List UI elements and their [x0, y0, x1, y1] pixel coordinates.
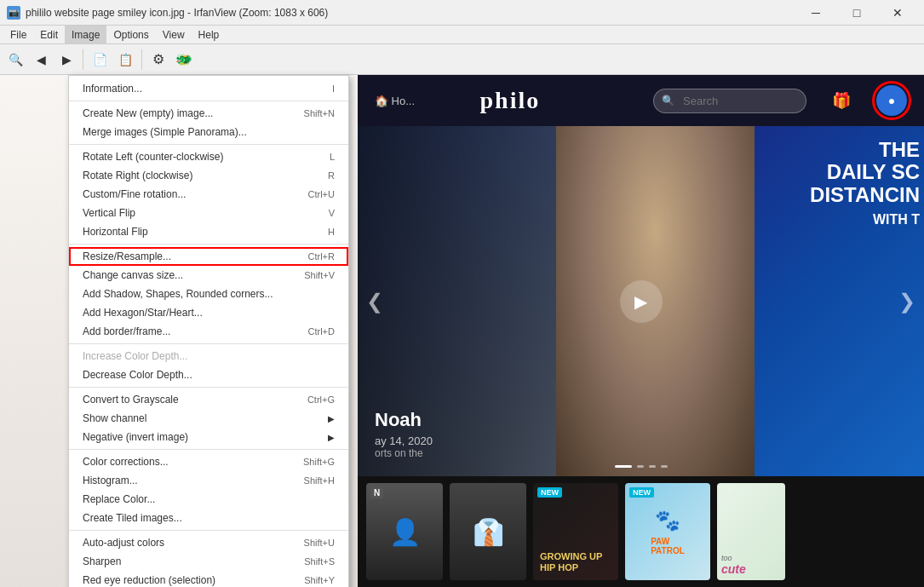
daily-show-title: THEDAILY SCDISTANCINWITH T — [810, 139, 920, 229]
user-avatar[interactable]: ● — [876, 85, 907, 116]
thumbnail-too-cute[interactable]: too cute — [717, 483, 785, 580]
prev-image-button[interactable]: ◀ — [29, 48, 53, 72]
separator-2 — [69, 144, 348, 145]
search-icon: 🔍 — [662, 95, 674, 106]
too-cute-label: cute — [721, 562, 746, 576]
app-icon: 📷 — [7, 6, 20, 20]
philo-search-input[interactable] — [653, 89, 806, 113]
hero-title: Noah — [375, 409, 433, 431]
menu-create-new[interactable]: Create New (empty) image... Shift+N — [69, 104, 348, 123]
separator-1 — [69, 101, 348, 101]
title-bar: 📷 phililo website page smiley icon.jpg -… — [0, 0, 924, 26]
hero-dot-4[interactable] — [661, 465, 668, 468]
menu-change-canvas[interactable]: Change canvas size... Shift+V — [69, 266, 348, 285]
menu-add-hexagon[interactable]: Add Hexagon/Star/Heart... — [69, 303, 348, 322]
separator-5 — [69, 387, 348, 388]
thumb-badge-new-2: NEW — [629, 487, 654, 498]
settings-button[interactable]: ⚙ — [146, 48, 170, 72]
menu-decrease-color[interactable]: Decrease Color Depth... — [69, 365, 348, 384]
thumbnail-paw-patrol[interactable]: NEW 🐾 PAWPATROL — [625, 483, 710, 580]
gift-icon[interactable]: 🎁 — [832, 91, 851, 110]
toolbar-separator-2 — [141, 49, 142, 70]
hero-prev-button[interactable]: ❮ — [366, 290, 383, 314]
hero-subtitle: ay 14, 2020 — [375, 434, 433, 447]
too-cute-prefix: too — [721, 554, 732, 562]
menu-options[interactable]: Options — [106, 26, 155, 43]
menu-custom-rotation[interactable]: Custom/Fine rotation... Ctrl+U — [69, 185, 348, 204]
separator-6 — [69, 449, 348, 450]
philo-header: 🏠 Ho... philo 🔍 🎁 ● — [358, 75, 924, 126]
philo-search-container: 🔍 — [653, 89, 806, 113]
effects-button[interactable]: 🐲 — [172, 48, 196, 72]
window-controls: ─ □ ✕ — [796, 0, 917, 26]
hero-play-button[interactable]: ▶ — [620, 280, 663, 323]
new-doc-button[interactable]: 📄 — [88, 48, 112, 72]
menu-red-eye[interactable]: Red eye reduction (selection) Shift+Y — [69, 571, 348, 587]
next-image-button[interactable]: ▶ — [55, 48, 78, 72]
menu-help[interactable]: Help — [192, 26, 227, 43]
thumbnail-1[interactable]: N 👤 — [366, 483, 443, 580]
clipboard-button[interactable]: 📋 — [113, 48, 137, 72]
menu-merge-images[interactable]: Merge images (Simple Panorama)... — [69, 123, 348, 141]
menu-show-channel[interactable]: Show channel ▶ — [69, 409, 348, 428]
menu-vertical-flip[interactable]: Vertical Flip V — [69, 204, 348, 222]
menu-resize-resample[interactable]: Resize/Resample... Ctrl+R — [69, 247, 348, 266]
hero-info: Noah ay 14, 2020 orts on the — [375, 409, 433, 459]
philo-logo: philo — [479, 87, 540, 114]
menu-histogram[interactable]: Histogram... Shift+H — [69, 471, 348, 490]
image-dropdown-menu: Information... I Create New (empty) imag… — [68, 75, 349, 587]
philo-hero: THEDAILY SCDISTANCINWITH T ▶ ❮ ❯ Noah ay… — [358, 126, 924, 476]
separator-3 — [69, 244, 348, 245]
menu-horizontal-flip[interactable]: Horizontal Flip H — [69, 222, 348, 241]
philo-nav-home[interactable]: 🏠 Ho... — [375, 95, 415, 107]
toolbar-separator-1 — [83, 49, 83, 70]
menu-rotate-left[interactable]: Rotate Left (counter-clockwise) L — [69, 147, 348, 166]
philo-thumbnails-row: N 👤 👔 NEW GROWING UPHIP HOP NEW — [358, 476, 924, 587]
maximize-button[interactable]: □ — [837, 0, 876, 26]
menu-increase-color: Increase Color Depth... — [69, 347, 348, 365]
hero-next-button[interactable]: ❯ — [898, 290, 915, 314]
menu-negative[interactable]: Negative (invert image) ▶ — [69, 428, 348, 446]
hip-hop-label: GROWING UPHIP HOP — [540, 551, 602, 573]
menu-create-tiled[interactable]: Create Tiled images... — [69, 509, 348, 527]
menu-auto-adjust[interactable]: Auto-adjust colors Shift+U — [69, 533, 348, 552]
menu-sharpen[interactable]: Sharpen Shift+S — [69, 552, 348, 571]
toolbar: 🔍 ◀ ▶ 📄 📋 ⚙ 🐲 — [0, 44, 924, 75]
menu-view[interactable]: View — [156, 26, 192, 43]
philo-content: 🏠 Ho... philo 🔍 🎁 ● THEDAILY SCDISTANCIN… — [358, 75, 924, 587]
menu-file[interactable]: File — [3, 26, 33, 43]
hero-body: orts on the — [375, 447, 433, 459]
thumbnail-2[interactable]: 👔 — [450, 483, 526, 580]
minimize-button[interactable]: ─ — [796, 0, 835, 26]
menu-bar: File Edit Image Options View Help — [0, 26, 924, 44]
thumbnail-growing-up-hip-hop[interactable]: NEW GROWING UPHIP HOP — [533, 483, 618, 580]
main-content: Information... I Create New (empty) imag… — [0, 75, 924, 587]
hero-dots — [615, 465, 668, 468]
close-button[interactable]: ✕ — [878, 0, 917, 26]
hero-dot-1[interactable] — [615, 465, 632, 468]
menu-add-border[interactable]: Add border/frame... Ctrl+D — [69, 322, 348, 341]
menu-convert-grayscale[interactable]: Convert to Grayscale Ctrl+G — [69, 390, 348, 409]
menu-image[interactable]: Image — [65, 26, 106, 43]
window-title: phililo website page smiley icon.jpg - I… — [26, 7, 796, 19]
thumb-badge-new-1: NEW — [537, 487, 562, 498]
zoom-out-button[interactable]: 🔍 — [3, 48, 27, 72]
menu-information[interactable]: Information... I — [69, 79, 348, 98]
menu-replace-color[interactable]: Replace Color... — [69, 490, 348, 509]
hero-dot-2[interactable] — [637, 465, 644, 468]
menu-color-corrections[interactable]: Color corrections... Shift+G — [69, 452, 348, 471]
menu-edit[interactable]: Edit — [33, 26, 65, 43]
menu-add-shadow[interactable]: Add Shadow, Shapes, Rounded corners... — [69, 285, 348, 303]
paw-patrol-label: PAWPATROL — [651, 537, 685, 555]
separator-4 — [69, 343, 348, 344]
menu-rotate-right[interactable]: Rotate Right (clockwise) R — [69, 166, 348, 185]
thumb-badge-1: N — [370, 487, 383, 498]
separator-7 — [69, 530, 348, 531]
hero-dot-3[interactable] — [649, 465, 656, 468]
